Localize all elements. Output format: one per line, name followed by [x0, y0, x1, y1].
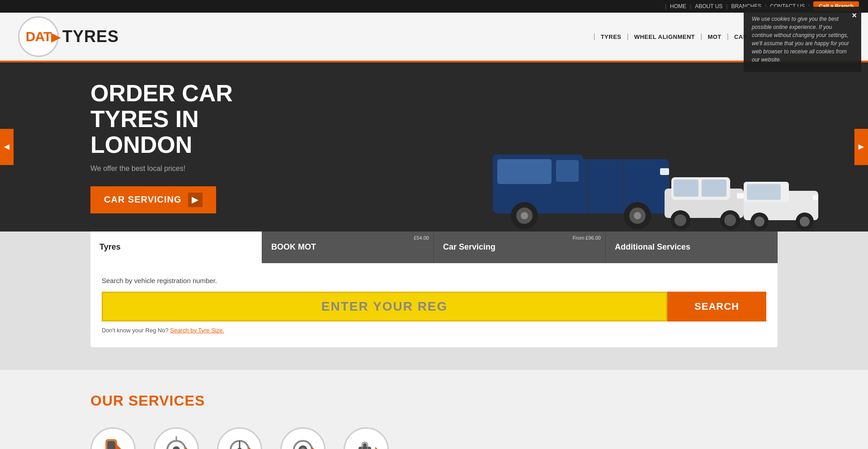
search-by-tyre-size-link[interactable]: Search by Tyre Size.: [170, 327, 224, 334]
svg-point-9: [634, 212, 641, 219]
svg-rect-2: [497, 159, 552, 184]
hero-next-arrow[interactable]: ►: [854, 129, 868, 165]
brakes-icon: [287, 434, 319, 449]
services-section: OUR SERVICES: [0, 370, 868, 449]
cookie-close-button[interactable]: ×: [852, 9, 857, 22]
hero-cta-label: CAR SERVICING: [104, 194, 182, 205]
search-row: Search: [102, 292, 766, 321]
tab-additional-services[interactable]: Additional Services: [606, 232, 778, 263]
hero-cars-image: [488, 132, 823, 232]
wheel-alignment-icon-circle: [154, 427, 199, 449]
svg-point-20: [724, 214, 736, 226]
tab-additional-services-label: Additional Services: [615, 242, 690, 252]
svg-point-28: [800, 217, 810, 227]
svg-point-39: [237, 448, 242, 449]
tab-mot-label: BOOK MOT: [271, 242, 316, 252]
car-servicing-icon: [350, 434, 382, 449]
tab-car-servicing[interactable]: From £96.00 Car Servicing: [434, 232, 606, 263]
hero-section: ◄ ORDER CAR TYRES IN LONDON We offer the…: [0, 62, 868, 232]
svg-rect-24: [747, 184, 781, 200]
nav-separator: |: [727, 33, 729, 41]
nav-separator: |: [700, 33, 702, 41]
hero-subtitle: We offer the best local prices!: [90, 165, 316, 173]
search-body: Search by vehicle registration number. S…: [90, 263, 778, 347]
mot-icon: [224, 434, 255, 449]
service-item-brakes[interactable]: [280, 427, 326, 449]
nav-wheel-alignment[interactable]: WHEEL ALIGNMENT: [632, 32, 698, 42]
chevron-right-icon: ►: [857, 142, 866, 152]
services-icons-row: [90, 427, 778, 449]
tab-car-servicing-price: From £96.00: [573, 235, 601, 241]
svg-rect-3: [556, 160, 579, 182]
header: DAT ▶ TYRES | TYRES | WHEEL ALIGNMENT | …: [0, 13, 868, 62]
cookie-banner: × We use cookies to give you the best po…: [744, 7, 861, 72]
suv-icon: [660, 164, 750, 232]
tab-mot-price: £54.00: [414, 235, 429, 241]
svg-point-18: [675, 214, 686, 226]
tab-tyres[interactable]: Tyres: [90, 232, 262, 263]
svg-marker-48: [375, 447, 378, 449]
nav-mot[interactable]: MOT: [705, 32, 724, 42]
tyres-icon-circle: [90, 427, 136, 449]
nav-tyres[interactable]: TYRES: [598, 32, 624, 42]
svg-point-26: [755, 217, 764, 227]
svg-rect-47: [359, 447, 371, 449]
tab-mot[interactable]: £54.00 BOOK MOT: [262, 232, 434, 263]
cookie-text: We use cookies to give you the best poss…: [752, 15, 853, 64]
reg-input[interactable]: [102, 292, 667, 321]
hero-cta-arrow-icon: ▶: [188, 193, 203, 207]
chevron-left-icon: ◄: [2, 142, 11, 152]
nav-separator: |: [594, 33, 595, 41]
tyres-icon: [97, 434, 129, 449]
search-section: Tyres £54.00 BOOK MOT From £96.00 Car Se…: [0, 232, 868, 370]
brakes-icon-circle: [280, 427, 326, 449]
small-van-icon: [741, 168, 823, 232]
logo-circle: DAT ▶: [18, 16, 59, 57]
service-item-wheel-alignment[interactable]: [154, 427, 199, 449]
hero-cta-button[interactable]: CAR SERVICING ▶: [90, 186, 216, 213]
svg-rect-30: [107, 441, 115, 449]
tab-car-servicing-label: Car Servicing: [443, 242, 495, 252]
topbar-about[interactable]: ABOUT US: [695, 3, 722, 9]
service-item-car-servicing[interactable]: [344, 427, 389, 449]
search-tabs-container: Tyres £54.00 BOOK MOT From £96.00 Car Se…: [90, 232, 778, 347]
van-icon: [488, 132, 678, 232]
logo[interactable]: DAT ▶ TYRES: [18, 16, 119, 57]
tab-tyres-label: Tyres: [99, 242, 121, 252]
nav-separator: |: [627, 33, 629, 41]
search-sub-text: Don't know your Reg No? Search by Tyre S…: [102, 327, 766, 334]
separator: |: [665, 3, 666, 9]
hero-title: ORDER CAR TYRES IN LONDON: [90, 80, 316, 158]
mot-icon-circle: [217, 427, 262, 449]
tabs-row: Tyres £54.00 BOOK MOT From £96.00 Car Se…: [90, 232, 778, 263]
car-servicing-icon-circle: [344, 427, 389, 449]
svg-rect-15: [674, 180, 698, 197]
services-title: OUR SERVICES: [90, 392, 778, 409]
logo-dat: DAT: [26, 29, 51, 44]
search-button[interactable]: Search: [667, 292, 766, 321]
logo-arrow-icon: ▶: [51, 29, 61, 44]
hero-prev-arrow[interactable]: ◄: [0, 129, 14, 165]
topbar-home[interactable]: HOME: [670, 3, 686, 9]
logo-tyres: TYRES: [62, 27, 119, 46]
svg-rect-29: [813, 195, 818, 200]
svg-point-6: [521, 212, 528, 219]
service-item-mot[interactable]: [217, 427, 262, 449]
service-item-tyres[interactable]: [90, 427, 136, 449]
hero-content: ORDER CAR TYRES IN LONDON We offer the b…: [90, 80, 316, 213]
top-bar: | HOME | ABOUT US | BRANCHES | CONTACT U…: [0, 0, 868, 13]
svg-rect-16: [702, 180, 726, 197]
logo-text: DAT: [26, 29, 51, 44]
svg-point-34: [173, 446, 180, 449]
separator: |: [726, 3, 727, 9]
search-hint: Search by vehicle registration number.: [102, 277, 766, 284]
separator: |: [690, 3, 691, 9]
wheel-alignment-icon: [160, 434, 192, 449]
